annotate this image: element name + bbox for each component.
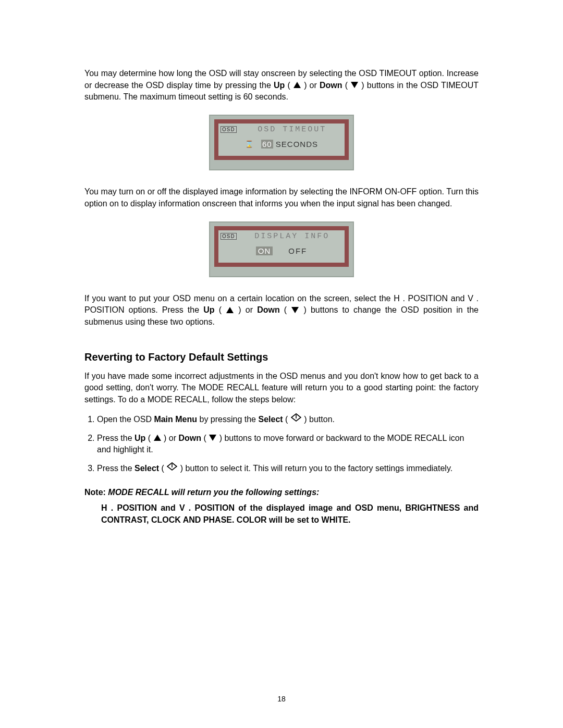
- triangle-down-icon: [209, 435, 216, 441]
- paragraph-osd-position: If you want to put your OSD menu on a ce…: [84, 293, 479, 328]
- text: ) or: [162, 434, 179, 442]
- text: Press the: [97, 434, 134, 442]
- hourglass-icon: ⌛: [245, 140, 254, 148]
- up-label: Up: [274, 81, 285, 90]
- paragraph-mode-recall-intro: If you have made some incorrect adjustme…: [84, 371, 479, 406]
- text: ) button.: [302, 415, 335, 424]
- text: (: [285, 81, 293, 90]
- main-menu-label: Main Menu: [154, 415, 197, 424]
- text: (: [280, 305, 291, 314]
- section-heading: Reverting to Factory Default Settings: [84, 351, 479, 363]
- triangle-up-icon: [293, 82, 301, 88]
- triangle-up-icon: [154, 435, 161, 441]
- osd-badge: OSD: [221, 126, 237, 133]
- select-label: Select: [134, 464, 159, 473]
- page-number: 18: [0, 695, 563, 703]
- text: (: [159, 464, 166, 473]
- triangle-down-icon: [351, 82, 358, 88]
- document-page: You may determine how long the OSD will …: [0, 0, 563, 728]
- text: Open the OSD: [97, 415, 154, 424]
- osd-on-option: ON: [256, 246, 273, 255]
- step-1: Open the OSD Main Menu by pressing the S…: [97, 413, 479, 426]
- steps-list: Open the OSD Main Menu by pressing the S…: [84, 413, 479, 475]
- osd-off-option: OFF: [288, 246, 307, 255]
- down-label: Down: [257, 305, 280, 314]
- osd-menu-title: OSD TIMEOUT: [243, 125, 341, 134]
- osd-menu-title: DISPLAY INFO: [243, 232, 341, 241]
- select-diamond-icon: [291, 413, 301, 425]
- text: (: [201, 434, 209, 442]
- text: (: [215, 305, 226, 314]
- paragraph-inform-onoff: You may turn on or off the displayed ima…: [84, 186, 479, 209]
- up-label: Up: [203, 305, 214, 314]
- osd-timeout-value: 60: [261, 140, 273, 149]
- triangle-up-icon: [226, 307, 234, 313]
- text: ) or: [301, 81, 320, 90]
- text: ) button to select it. This will return …: [178, 464, 452, 473]
- down-label: Down: [178, 434, 201, 442]
- text: by pressing the: [197, 415, 258, 424]
- text: Press the: [97, 464, 134, 473]
- osd-timeout-screenshot: OSD OSD TIMEOUT ⌛ 60 SECONDS: [84, 115, 479, 170]
- down-label: Down: [320, 81, 342, 90]
- paragraph-osd-timeout: You may determine how long the OSD will …: [84, 68, 479, 103]
- osd-display-info-screenshot: OSD DISPLAY INFO ON OFF: [84, 221, 479, 277]
- osd-timeout-unit: SECONDS: [276, 140, 318, 149]
- up-label: Up: [134, 434, 145, 442]
- note-body: H . POSITION and V . POSITION of the dis…: [101, 502, 479, 526]
- select-label: Select: [258, 415, 283, 424]
- text: (: [283, 415, 290, 424]
- note-heading: Note: MODE RECALL will return you the fo…: [84, 487, 479, 499]
- step-2: Press the Up ( ) or Down ( ) buttons to …: [97, 433, 479, 456]
- text: (: [342, 81, 351, 90]
- triangle-down-icon: [291, 307, 299, 313]
- step-3: Press the Select ( ) button to select it…: [97, 462, 479, 475]
- note-italic: MODE RECALL will return you the followin…: [108, 488, 319, 497]
- osd-badge: OSD: [221, 233, 237, 240]
- text: ) or: [234, 305, 257, 314]
- text: (: [145, 434, 153, 442]
- note-prefix: Note:: [84, 488, 108, 497]
- select-diamond-icon: [167, 462, 177, 474]
